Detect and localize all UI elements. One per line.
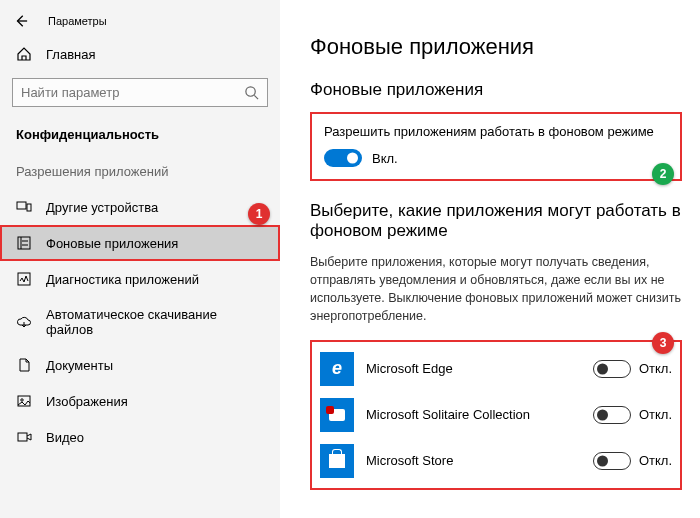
search-icon — [244, 85, 259, 100]
sidebar-item-documents[interactable]: Документы — [0, 347, 280, 383]
app-name: Microsoft Solitaire Collection — [366, 407, 581, 422]
master-toggle-state: Вкл. — [372, 151, 398, 166]
svg-point-0 — [246, 87, 255, 96]
sidebar-home-label: Главная — [46, 47, 95, 62]
app-row: Microsoft Solitaire Collection Откл. — [320, 392, 672, 438]
svg-point-6 — [21, 399, 23, 401]
sidebar-item-label: Фоновые приложения — [46, 236, 178, 251]
sidebar-item-diagnostics[interactable]: Диагностика приложений — [0, 261, 280, 297]
app-toggle-state: Откл. — [639, 453, 672, 468]
search-input-wrap[interactable] — [12, 78, 268, 107]
sidebar: Параметры Главная Конфиденциальность Раз… — [0, 0, 280, 518]
video-icon — [16, 429, 32, 445]
app-toggle-state: Откл. — [639, 407, 672, 422]
devices-icon — [16, 199, 32, 215]
sidebar-item-label: Видео — [46, 430, 84, 445]
background-apps-icon — [16, 235, 32, 251]
home-icon — [16, 46, 32, 62]
back-icon[interactable] — [14, 14, 28, 28]
app-icon-solitaire — [320, 398, 354, 432]
sidebar-item-video[interactable]: Видео — [0, 419, 280, 455]
page-title: Фоновые приложения — [310, 34, 682, 60]
sidebar-item-other-devices[interactable]: Другие устройства — [0, 189, 280, 225]
app-row: e Microsoft Edge Откл. — [320, 346, 672, 392]
svg-rect-7 — [18, 433, 27, 441]
image-icon — [16, 393, 32, 409]
section1-label: Разрешить приложениям работать в фоновом… — [324, 124, 668, 139]
app-toggle[interactable] — [593, 406, 631, 424]
app-row: Microsoft Store Откл. — [320, 438, 672, 484]
sidebar-nav: Другие устройства 1 Фоновые приложения Д… — [0, 189, 280, 455]
app-icon-store — [320, 444, 354, 478]
section1-heading: Фоновые приложения — [310, 80, 682, 100]
callout-1: 1 — [248, 203, 270, 225]
callout-3: 3 — [652, 332, 674, 354]
master-toggle[interactable] — [324, 149, 362, 167]
sidebar-item-label: Другие устройства — [46, 200, 158, 215]
app-toggle-state: Откл. — [639, 361, 672, 376]
app-name: Microsoft Edge — [366, 361, 581, 376]
sidebar-category: Конфиденциальность — [0, 123, 280, 158]
app-list-panel: 3 e Microsoft Edge Откл. Microsoft Solit… — [310, 340, 682, 490]
sidebar-home[interactable]: Главная — [0, 38, 280, 70]
sidebar-item-images[interactable]: Изображения — [0, 383, 280, 419]
diagnostics-icon — [16, 271, 32, 287]
window-title: Параметры — [48, 15, 107, 27]
svg-rect-2 — [27, 204, 31, 211]
sidebar-item-label: Автоматическое скачивание файлов — [46, 307, 264, 337]
sidebar-item-label: Диагностика приложений — [46, 272, 199, 287]
sidebar-item-label: Изображения — [46, 394, 128, 409]
app-icon-edge: e — [320, 352, 354, 386]
svg-rect-4 — [18, 273, 30, 285]
app-toggle[interactable] — [593, 360, 631, 378]
section1-panel: 2 Разрешить приложениям работать в фонов… — [310, 112, 682, 181]
search-input[interactable] — [21, 85, 244, 100]
section2-heading: Выберите, какие приложения могут работат… — [310, 201, 682, 241]
sidebar-item-label: Документы — [46, 358, 113, 373]
document-icon — [16, 357, 32, 373]
svg-rect-1 — [17, 202, 26, 209]
app-name: Microsoft Store — [366, 453, 581, 468]
section2-description: Выберите приложения, которые могут получ… — [310, 253, 682, 326]
app-toggle[interactable] — [593, 452, 631, 470]
sidebar-item-auto-download[interactable]: Автоматическое скачивание файлов — [0, 297, 280, 347]
svg-rect-3 — [18, 237, 30, 249]
content: Фоновые приложения Фоновые приложения 2 … — [280, 0, 700, 518]
cloud-download-icon — [16, 314, 32, 330]
callout-2: 2 — [652, 163, 674, 185]
sidebar-item-background-apps[interactable]: 1 Фоновые приложения — [0, 225, 280, 261]
sidebar-subcategory: Разрешения приложений — [0, 158, 280, 189]
